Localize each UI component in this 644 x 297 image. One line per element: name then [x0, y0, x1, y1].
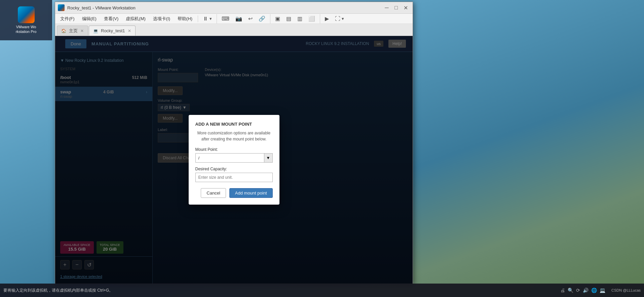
taskbar-left: VMware Wo rkstation Pro — [0, 0, 52, 40]
mount-point-dialog-label: Mount Point: — [195, 147, 273, 152]
mount-point-input-row: ▼ — [195, 153, 273, 163]
desired-capacity-input[interactable] — [195, 173, 273, 182]
snapshot-button[interactable]: 📷 — [233, 13, 245, 24]
terminal-button[interactable]: ▶ — [322, 13, 332, 24]
menu-file[interactable]: 文件(F) — [57, 14, 78, 23]
tray-icon-5: 🌐 — [591, 288, 597, 293]
desired-capacity-label: Desired Capacity: — [195, 167, 273, 171]
toolbar-sep3 — [320, 14, 320, 24]
menu-bar: 文件(F) 编辑(E) 查看(V) 虚拟机(M) 选项卡(I) 帮助(H) ⏸ … — [55, 14, 413, 24]
installer: Done MANUAL PARTITIONING ROCKY LINUX 9.2… — [55, 36, 413, 284]
menu-tabs[interactable]: 选项卡(I) — [150, 14, 174, 23]
vm-tab-icon: 💻 — [93, 29, 98, 33]
menu-separator — [198, 15, 198, 22]
view-toggle3[interactable]: ▥ — [295, 13, 305, 24]
view-toggle2[interactable]: ▤ — [283, 13, 294, 24]
bottom-taskbar: 要将输入定向到该虚拟机，请在虚拟机内部单击或按 Ctrl+G。 🖨 🔍 ⟳ 🔊 … — [0, 284, 644, 297]
vmware-icon — [18, 6, 35, 23]
menu-edit[interactable]: 编辑(E) — [79, 14, 100, 23]
toolbar-sep2 — [270, 14, 270, 24]
dialog-buttons: Cancel Add mount point — [195, 188, 273, 198]
tab-home-close[interactable]: ✕ — [80, 29, 84, 33]
close-button[interactable]: ✕ — [401, 3, 410, 12]
view-toggle1[interactable]: ▣ — [272, 13, 283, 24]
dialog-title: ADD A NEW MOUNT POINT — [195, 122, 273, 127]
cancel-button[interactable]: Cancel — [201, 188, 226, 198]
tab-vm[interactable]: 💻 Rocky_test1 ✕ — [89, 26, 136, 36]
system-tray: 🖨 🔍 ⟳ 🔊 🌐 💻 CSDN @LLLucas — [560, 288, 641, 293]
view-toggle4[interactable]: ⬜ — [306, 13, 318, 24]
toolbar-sep1 — [217, 14, 217, 24]
window-title: Rocky_test1 - VMware Workstation — [67, 5, 382, 10]
tray-icon-3: ⟳ — [576, 288, 580, 293]
vmware-window-icon — [58, 4, 65, 11]
share-button[interactable]: 🔗 — [256, 13, 268, 24]
title-bar-controls: ─ □ ✕ — [382, 3, 410, 12]
tab-vm-close[interactable]: ✕ — [128, 29, 131, 33]
mount-point-dialog-input[interactable] — [195, 153, 264, 163]
tray-icon-4: 🔊 — [583, 288, 589, 293]
tray-icon-1: 🖨 — [560, 288, 565, 293]
tab-bar: 🏠 主页 ✕ 💻 Rocky_test1 ✕ — [55, 24, 413, 36]
minimize-button[interactable]: ─ — [382, 3, 391, 12]
dialog-description: More customization options are available… — [195, 130, 273, 142]
add-mount-point-button[interactable]: Add mount point — [229, 188, 273, 198]
menu-view[interactable]: 查看(V) — [101, 14, 122, 23]
pause-button[interactable]: ⏸ ▾ — [200, 13, 215, 24]
modal-overlay: ADD A NEW MOUNT POINT More customization… — [55, 36, 413, 284]
csdn-label: CSDN @LLLucas — [611, 288, 641, 292]
title-bar: Rocky_test1 - VMware Workstation ─ □ ✕ — [55, 2, 413, 14]
status-text: 要将输入定向到该虚拟机，请在虚拟机内部单击或按 Ctrl+G。 — [3, 288, 560, 293]
tab-home[interactable]: 🏠 主页 ✕ — [57, 26, 88, 36]
home-icon: 🏠 — [61, 29, 66, 33]
menu-help[interactable]: 帮助(H) — [174, 14, 196, 23]
send-ctrl-alt-del-button[interactable]: ⌨ — [219, 13, 232, 24]
vmware-label: VMware Wo rkstation Pro — [16, 25, 37, 34]
tray-icon-6: 💻 — [600, 288, 605, 293]
vm-screen[interactable]: Done MANUAL PARTITIONING ROCKY LINUX 9.2… — [55, 36, 413, 284]
add-mount-point-dialog: ADD A NEW MOUNT POINT More customization… — [189, 115, 279, 205]
fullscreen-button[interactable]: ⛶ ▾ — [332, 13, 347, 24]
vmware-window: Rocky_test1 - VMware Workstation ─ □ ✕ 文… — [55, 2, 413, 284]
mount-point-dropdown-button[interactable]: ▼ — [264, 153, 273, 163]
menu-vm[interactable]: 虚拟机(M) — [122, 14, 149, 23]
tray-icon-2: 🔍 — [568, 288, 573, 293]
maximize-button[interactable]: □ — [392, 3, 401, 12]
mount-point-field: Mount Point: ▼ — [195, 147, 273, 163]
desired-capacity-field: Desired Capacity: — [195, 167, 273, 182]
revert-button[interactable]: ↩ — [245, 13, 255, 24]
